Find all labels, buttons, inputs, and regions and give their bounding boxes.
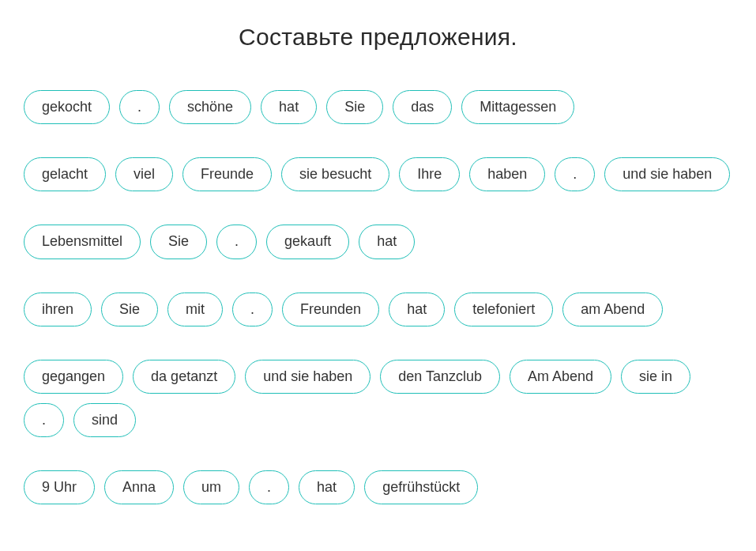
word-chip[interactable]: Lebensmittel bbox=[24, 225, 141, 259]
word-chip[interactable]: viel bbox=[115, 157, 173, 191]
word-chip[interactable]: Sie bbox=[150, 225, 207, 259]
word-chip[interactable]: am Abend bbox=[562, 292, 663, 326]
word-chip[interactable]: sind bbox=[73, 403, 136, 437]
page-title: Составьте предложения. bbox=[24, 24, 732, 51]
word-chip[interactable]: hat bbox=[359, 225, 415, 259]
word-chip[interactable]: hat bbox=[389, 292, 445, 326]
word-chip[interactable]: um bbox=[183, 470, 239, 504]
word-chip[interactable]: haben bbox=[469, 157, 545, 191]
word-chip[interactable]: . bbox=[555, 157, 595, 191]
word-chip[interactable]: gelacht bbox=[24, 157, 106, 191]
word-chip[interactable]: den Tanzclub bbox=[380, 360, 500, 394]
word-chip[interactable]: gefrühstückt bbox=[364, 470, 478, 504]
word-chip[interactable]: . bbox=[24, 403, 64, 437]
word-chip[interactable]: Freunden bbox=[282, 292, 379, 326]
word-chip[interactable]: das bbox=[393, 90, 452, 124]
word-chip[interactable]: Mittagessen bbox=[461, 90, 574, 124]
word-row: LebensmittelSie.gekaufthat bbox=[24, 225, 732, 259]
word-chip[interactable]: Anna bbox=[104, 470, 174, 504]
word-chip[interactable]: gekauft bbox=[266, 225, 349, 259]
word-chip[interactable]: ihren bbox=[24, 292, 92, 326]
word-chip[interactable]: Sie bbox=[326, 90, 383, 124]
word-chip[interactable]: gekocht bbox=[24, 90, 110, 124]
word-chip[interactable]: hat bbox=[299, 470, 355, 504]
word-chip[interactable]: gegangen bbox=[24, 360, 123, 394]
word-row: 9 UhrAnnaum.hatgefrühstückt bbox=[24, 470, 732, 504]
word-chip[interactable]: Freunde bbox=[182, 157, 272, 191]
word-chip[interactable]: mit bbox=[167, 292, 223, 326]
sentence-rows: gekocht.schönehatSiedasMittagessengelach… bbox=[24, 90, 732, 504]
word-chip[interactable]: schöne bbox=[169, 90, 251, 124]
word-chip[interactable]: sie in bbox=[621, 360, 690, 394]
word-row: gekocht.schönehatSiedasMittagessen bbox=[24, 90, 732, 124]
word-row: gelachtvielFreundesie besuchtIhrehaben.u… bbox=[24, 157, 732, 191]
word-chip[interactable]: . bbox=[249, 470, 289, 504]
word-chip[interactable]: . bbox=[216, 225, 257, 259]
word-chip[interactable]: hat bbox=[261, 90, 317, 124]
word-chip[interactable]: telefoniert bbox=[454, 292, 553, 326]
word-chip[interactable]: Am Abend bbox=[510, 360, 611, 394]
word-chip[interactable]: 9 Uhr bbox=[24, 470, 95, 504]
word-chip[interactable]: . bbox=[232, 292, 273, 326]
word-row: gegangenda getanztund sie habenden Tanzc… bbox=[24, 360, 732, 437]
word-chip[interactable]: und sie haben bbox=[604, 157, 730, 191]
word-chip[interactable]: da getanzt bbox=[133, 360, 235, 394]
word-chip[interactable]: sie besucht bbox=[281, 157, 389, 191]
word-chip[interactable]: Ihre bbox=[399, 157, 460, 191]
word-chip[interactable]: Sie bbox=[101, 292, 158, 326]
word-row: ihrenSiemit.Freundenhattelefoniertam Abe… bbox=[24, 292, 732, 326]
word-chip[interactable]: . bbox=[119, 90, 160, 124]
word-chip[interactable]: und sie haben bbox=[245, 360, 370, 394]
